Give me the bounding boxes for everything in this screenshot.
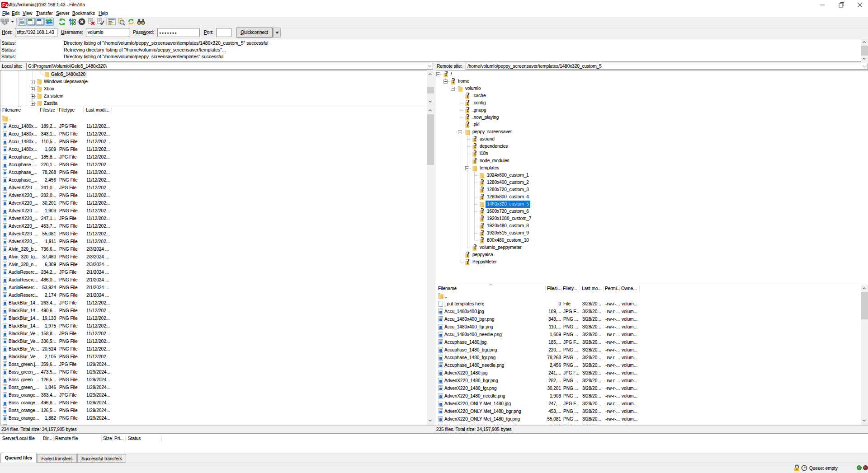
svg-text:Fz: Fz	[2, 2, 8, 8]
